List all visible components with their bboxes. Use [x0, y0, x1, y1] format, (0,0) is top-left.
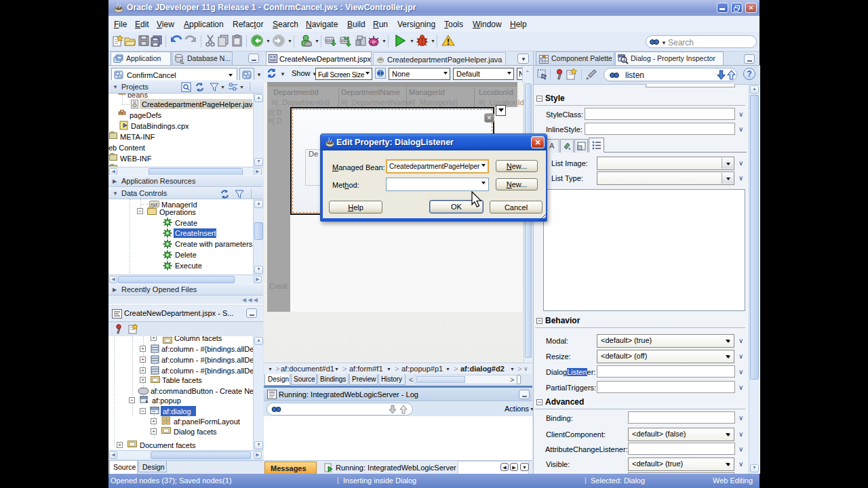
- svg-text:SQL: SQL: [306, 43, 313, 46]
- svg-text:010: 010: [326, 39, 334, 43]
